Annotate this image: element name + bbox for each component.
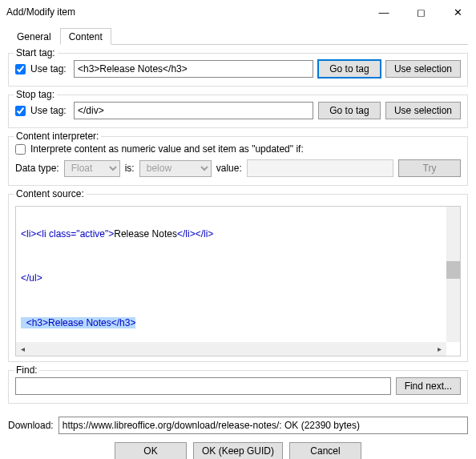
find-next-button[interactable]: Find next... (396, 377, 461, 395)
value-label: value: (216, 163, 242, 174)
start-tag-legend: Start tag: (14, 47, 58, 58)
data-type-select[interactable]: Float (64, 160, 120, 177)
interpret-checkbox[interactable] (15, 144, 26, 155)
start-tag-group: Start tag: Use tag: Go to tag Use select… (8, 53, 468, 87)
title-bar: Add/Modify item ― ◻ ✕ (0, 0, 476, 24)
dialog-buttons: OK OK (Keep GUID) Cancel (0, 434, 476, 459)
stop-tag-input[interactable] (74, 102, 313, 119)
value-input[interactable] (247, 159, 393, 177)
start-use-selection-button[interactable]: Use selection (385, 60, 461, 78)
cancel-button[interactable]: Cancel (289, 442, 361, 459)
content-source-legend: Content source: (14, 188, 87, 199)
try-button[interactable]: Try (398, 159, 461, 177)
start-tag-input[interactable] (74, 60, 313, 78)
find-group: Find: Find next... (8, 370, 468, 404)
scroll-right-arrow[interactable]: ▸ (433, 342, 446, 356)
start-use-tag-checkbox[interactable] (15, 64, 26, 74)
tab-content[interactable]: Content (60, 28, 111, 45)
find-legend: Find: (14, 364, 40, 376)
stop-use-tag-checkbox[interactable] (15, 106, 26, 116)
minimize-button[interactable]: ― (365, 0, 402, 24)
close-button[interactable]: ✕ (439, 0, 476, 24)
window-title: Add/Modify item (6, 6, 75, 18)
maximize-button[interactable]: ◻ (402, 0, 439, 24)
stop-go-to-tag-button[interactable]: Go to tag (318, 102, 381, 119)
content-source-textarea[interactable]: <li><li class="active">Release Notes</li… (15, 206, 461, 356)
start-use-tag-label: Use tag: (30, 63, 69, 74)
download-input[interactable] (58, 417, 468, 434)
stop-tag-legend: Stop tag: (14, 89, 57, 100)
stop-use-tag-label: Use tag: (30, 105, 69, 116)
interpret-label: Interprete content as numeric value and … (30, 143, 304, 155)
scroll-thumb[interactable] (446, 261, 460, 279)
interpreter-legend: Content interpreter: (14, 131, 101, 142)
stop-tag-group: Stop tag: Use tag: Go to tag Use selecti… (8, 95, 468, 128)
data-type-label: Data type: (15, 163, 59, 174)
is-label: is: (125, 163, 135, 174)
download-label: Download: (8, 420, 54, 431)
stop-use-selection-button[interactable]: Use selection (385, 102, 461, 119)
tab-general[interactable]: General (8, 28, 60, 45)
is-select[interactable]: below (139, 160, 212, 177)
horizontal-scrollbar[interactable]: ◂▸ (16, 342, 446, 356)
window-controls: ― ◻ ✕ (365, 0, 476, 24)
tab-strip: General Content (8, 27, 468, 45)
start-go-to-tag-button[interactable]: Go to tag (318, 60, 381, 78)
ok-button[interactable]: OK (115, 442, 187, 459)
ok-keep-guid-button[interactable]: OK (Keep GUID) (193, 442, 283, 459)
vertical-scrollbar[interactable] (446, 207, 460, 342)
content-source-group: Content source: <li><li class="active">R… (8, 194, 468, 362)
find-input[interactable] (15, 377, 391, 395)
scroll-left-arrow[interactable]: ◂ (16, 342, 30, 356)
interpreter-group: Content interpreter: Interprete content … (8, 136, 468, 186)
